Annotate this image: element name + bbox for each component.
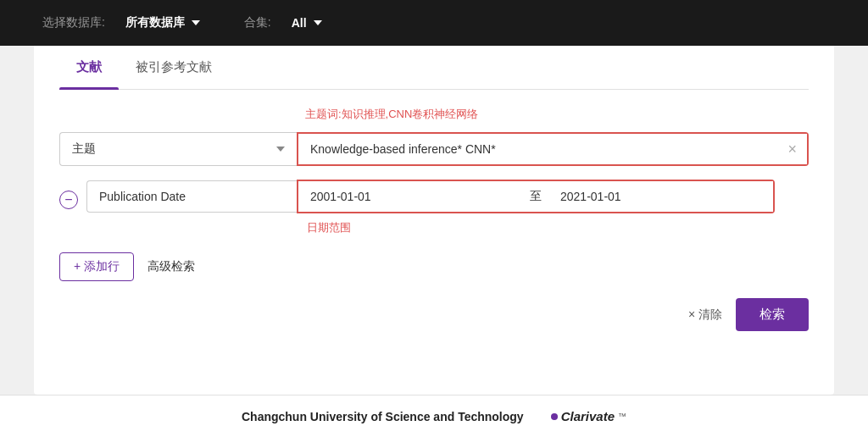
clarivate-logo: Clarivate ™	[551, 409, 626, 423]
date-from-input[interactable]	[298, 181, 523, 212]
date-row-container: − Publication Date 至	[59, 180, 809, 220]
clarivate-trademark: ™	[618, 412, 626, 421]
field-select-chevron-icon	[276, 147, 285, 152]
date-field-select[interactable]: Publication Date	[86, 180, 297, 213]
tab-literature[interactable]: 文献	[59, 46, 119, 89]
topic-hint: 主题词:知识推理,CNN卷积神经网络	[305, 107, 809, 122]
right-actions: × 清除 检索	[59, 298, 809, 331]
remove-date-row-button[interactable]: −	[59, 191, 78, 209]
tab-cited[interactable]: 被引参考文献	[119, 46, 229, 89]
db-label: 选择数据库:	[42, 15, 105, 30]
search-input[interactable]	[298, 134, 807, 164]
footer: Changchun University of Science and Tech…	[0, 395, 868, 437]
search-input-wrap: ×	[297, 132, 809, 166]
search-button[interactable]: 检索	[736, 298, 809, 331]
clear-button[interactable]: × 清除	[688, 307, 722, 323]
advanced-search-button[interactable]: 高级检索	[147, 259, 195, 274]
clarivate-brand: Clarivate	[561, 409, 615, 423]
collection-select[interactable]: All	[292, 16, 322, 30]
field-select-subject[interactable]: 主题	[59, 132, 297, 166]
divider	[220, 16, 224, 30]
db-chevron-icon	[192, 20, 200, 25]
top-bar: 选择数据库: 所有数据库 合集: All	[0, 0, 868, 46]
search-row: 主题 ×	[59, 132, 809, 166]
db-select[interactable]: 所有数据库	[125, 15, 200, 30]
date-inputs-wrap: 至	[297, 180, 775, 213]
date-row: Publication Date 至	[86, 180, 775, 213]
tabs: 文献 被引参考文献	[59, 46, 809, 90]
main-card: 文献 被引参考文献 主题词:知识推理,CNN卷积神经网络 主题 × − Publ…	[34, 46, 834, 395]
add-row-button[interactable]: + 添加行	[59, 252, 134, 281]
university-name: Changchun University of Science and Tech…	[242, 410, 524, 423]
clarivate-dot-icon	[551, 413, 558, 420]
date-to-input[interactable]	[548, 181, 773, 212]
date-separator: 至	[523, 189, 548, 204]
collection-label: 合集:	[244, 15, 271, 30]
date-hint: 日期范围	[307, 220, 809, 235]
action-row: + 添加行 高级检索	[59, 252, 809, 281]
search-clear-icon[interactable]: ×	[787, 141, 797, 157]
collection-chevron-icon	[314, 20, 322, 25]
